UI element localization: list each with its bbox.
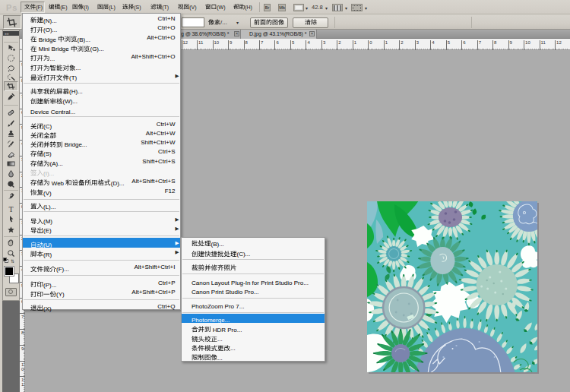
svg-text:T: T — [8, 205, 13, 213]
